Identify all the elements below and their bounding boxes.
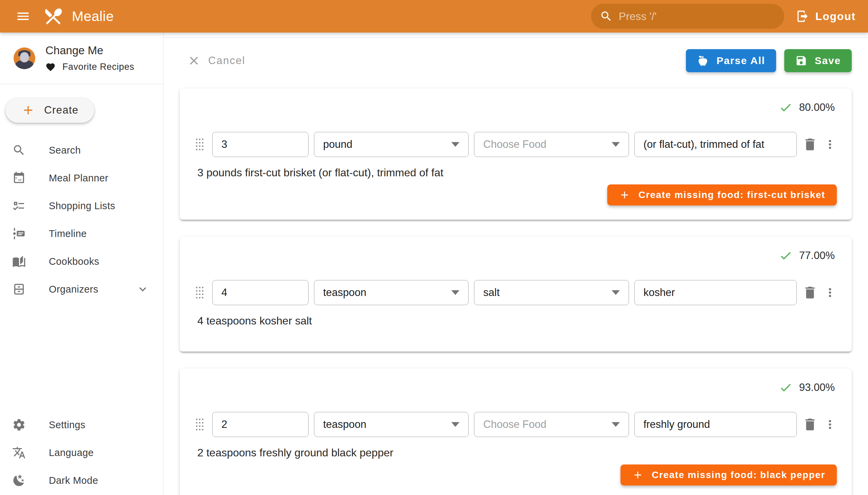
sidebar-item-dark-mode[interactable]: Dark Mode (0, 466, 163, 494)
sidebar-item-shopping-lists[interactable]: Shopping Lists (0, 192, 163, 220)
cancel-button[interactable]: Cancel (187, 54, 245, 67)
delete-icon[interactable] (802, 285, 818, 301)
create-button[interactable]: Create (5, 98, 94, 123)
confidence-row: 93.00% (194, 380, 837, 395)
sidebar-item-language[interactable]: Language (0, 439, 163, 466)
quantity-input[interactable] (221, 287, 300, 299)
delete-icon[interactable] (802, 417, 818, 432)
check-icon (779, 101, 793, 114)
parser-toolbar: Cancel Parse All Save (164, 38, 868, 72)
ingredient-input-row: pound Choose Food (194, 132, 837, 157)
book-icon (12, 255, 26, 268)
delete-icon[interactable] (802, 137, 818, 152)
plus-icon (632, 469, 644, 481)
menu-icon[interactable] (12, 5, 34, 27)
confidence-value: 80.00% (799, 101, 835, 114)
favorite-recipes-link[interactable]: Favorite Recipes (46, 62, 134, 72)
original-ingredient-text: 2 teaspoons freshly ground black pepper (197, 446, 837, 459)
caret-down-icon (451, 142, 459, 147)
kebab-menu-icon[interactable] (823, 285, 837, 301)
moon-icon (12, 474, 26, 487)
quantity-input[interactable] (221, 138, 300, 151)
chevron-down-icon[interactable] (136, 283, 150, 296)
parse-all-button[interactable]: Parse All (686, 49, 776, 72)
search-icon (12, 143, 26, 157)
confidence-value: 93.00% (799, 381, 835, 394)
unit-select[interactable]: teaspoon (314, 280, 469, 305)
save-icon (795, 55, 807, 67)
original-ingredient-text: 4 teaspoons kosher salt (197, 314, 837, 327)
kebab-menu-icon[interactable] (823, 137, 837, 152)
caret-down-icon (451, 290, 459, 295)
note-input[interactable] (644, 419, 788, 431)
ingredient-card: 80.00% pound Choose Food 3 pounds first-… (180, 88, 852, 220)
sidebar-item-search[interactable]: Search (0, 136, 163, 164)
sidebar-item-meal-planner[interactable]: Meal Planner (0, 164, 163, 192)
save-button[interactable]: Save (784, 49, 852, 72)
sidebar-footer-nav: Settings Language Dark Mode (0, 411, 163, 494)
plus-icon (21, 103, 35, 117)
user-name: Change Me (46, 44, 134, 57)
app-header: Mealie Logout (0, 0, 868, 33)
apple-icon (697, 55, 709, 67)
global-search[interactable] (591, 4, 784, 29)
caret-down-icon (612, 142, 620, 147)
user-profile[interactable]: Change Me Favorite Recipes (0, 33, 163, 84)
create-missing-food-button[interactable]: Create missing food: black pepper (620, 464, 837, 485)
ingredient-input-row: teaspoon salt (194, 280, 837, 305)
confidence-row: 80.00% (194, 100, 837, 115)
timeline-icon (12, 227, 26, 240)
food-select[interactable]: salt (474, 280, 629, 305)
gear-icon (12, 418, 26, 432)
unit-select[interactable]: pound (314, 132, 469, 157)
check-icon (779, 381, 793, 394)
plus-icon (619, 189, 630, 201)
logout-button[interactable]: Logout (796, 10, 856, 23)
sidebar-item-organizers[interactable]: Organizers (0, 275, 163, 303)
app-brand: Mealie (43, 6, 114, 27)
caret-down-icon (612, 290, 620, 295)
note-input[interactable] (644, 287, 788, 299)
food-select[interactable]: Choose Food (474, 132, 629, 157)
translate-icon (12, 446, 26, 459)
ingredient-card: 77.00% teaspoon salt 4 teaspoons kosher … (180, 237, 852, 352)
unit-select[interactable]: teaspoon (314, 412, 469, 437)
heart-icon (46, 62, 56, 72)
cabinet-icon (12, 283, 26, 296)
app-title: Mealie (72, 8, 114, 24)
drag-handle-icon[interactable] (194, 416, 207, 433)
search-icon (600, 10, 613, 23)
close-icon (187, 54, 201, 67)
drag-handle-icon[interactable] (194, 285, 207, 301)
sidebar-item-timeline[interactable]: Timeline (0, 220, 163, 248)
drag-handle-icon[interactable] (194, 136, 207, 153)
search-input[interactable] (619, 10, 776, 23)
check-icon (779, 249, 793, 262)
note-input[interactable] (644, 138, 788, 151)
sidebar-item-settings[interactable]: Settings (0, 411, 163, 439)
ingredient-card: 93.00% teaspoon Choose Food 2 teaspoons … (180, 369, 852, 495)
sidebar-item-cookbooks[interactable]: Cookbooks (0, 248, 163, 275)
ingredient-parser-main: Cancel Parse All Save 80.00% pound (164, 33, 868, 495)
ingredient-input-row: teaspoon Choose Food (194, 412, 837, 437)
confidence-row: 77.00% (194, 248, 837, 263)
caret-down-icon (612, 422, 620, 427)
logout-icon (796, 10, 809, 23)
quantity-input[interactable] (221, 419, 300, 431)
silverware-logo-icon (43, 6, 64, 27)
caret-down-icon (451, 422, 459, 427)
confidence-value: 77.00% (799, 250, 835, 262)
food-select[interactable]: Choose Food (474, 412, 629, 437)
calendar-icon (12, 171, 26, 185)
sidebar: Change Me Favorite Recipes Create Search… (0, 33, 164, 495)
sidebar-nav: Search Meal Planner Shopping Lists Timel… (0, 136, 163, 303)
kebab-menu-icon[interactable] (823, 417, 837, 432)
ingredient-card-list: 80.00% pound Choose Food 3 pounds first-… (164, 72, 868, 495)
create-missing-food-button[interactable]: Create missing food: first-cut brisket (607, 185, 837, 205)
checklist-icon (12, 199, 26, 212)
original-ingredient-text: 3 pounds first-cut brisket (or flat-cut)… (197, 167, 837, 179)
avatar[interactable] (14, 48, 35, 69)
